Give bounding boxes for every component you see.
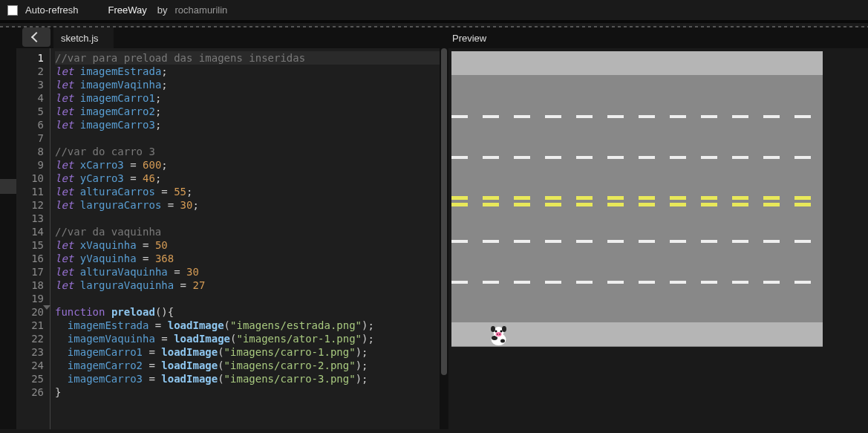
main-area: 1234567891011121314151617181920212223242… — [0, 48, 868, 429]
preview-label: Preview — [452, 33, 486, 44]
svg-point-10 — [499, 333, 500, 335]
code-editor[interactable]: 1234567891011121314151617181920212223242… — [16, 48, 440, 429]
scrollbar-vertical[interactable] — [440, 48, 448, 429]
svg-point-9 — [497, 333, 498, 335]
left-gutter — [0, 48, 16, 429]
tab-bar: sketch.js Preview — [0, 27, 868, 48]
center-line — [451, 196, 823, 200]
lane-marking — [451, 240, 823, 243]
line-numbers: 1234567891011121314151617181920212223242… — [16, 48, 50, 429]
lane-marking — [451, 156, 823, 159]
lane-marking — [451, 115, 823, 118]
fold-marker[interactable] — [0, 179, 16, 194]
preview-panel-title: Preview — [445, 27, 868, 48]
svg-point-5 — [502, 326, 506, 332]
chevron-left-icon — [31, 32, 42, 42]
tab-label: sketch.js — [61, 33, 99, 44]
cow-sprite — [489, 325, 509, 347]
code-content[interactable]: //var para preload das imagens inseridas… — [50, 48, 440, 429]
author-link[interactable]: rochamurilin — [175, 4, 228, 16]
fold-triangle-icon[interactable] — [43, 305, 50, 310]
lane-marking — [451, 281, 823, 284]
center-line — [451, 203, 823, 206]
sidewalk-top — [451, 51, 823, 75]
tab-sketch[interactable]: sketch.js — [53, 27, 114, 48]
top-bar: Auto-refresh FreeWay by rochamurilin — [0, 0, 868, 23]
preview-panel — [448, 48, 868, 429]
svg-point-8 — [496, 332, 502, 336]
back-button[interactable] — [22, 27, 50, 47]
back-region — [0, 27, 21, 48]
preview-canvas[interactable] — [451, 51, 823, 347]
auto-refresh-checkbox[interactable] — [7, 5, 18, 16]
svg-point-4 — [491, 326, 495, 332]
project-name[interactable]: FreeWay — [108, 4, 147, 16]
svg-point-2 — [500, 339, 505, 343]
svg-point-6 — [495, 331, 497, 333]
svg-point-7 — [500, 331, 503, 333]
auto-refresh-label: Auto-refresh — [25, 4, 79, 16]
by-label: by — [157, 4, 168, 16]
scroll-thumb[interactable] — [441, 48, 447, 375]
